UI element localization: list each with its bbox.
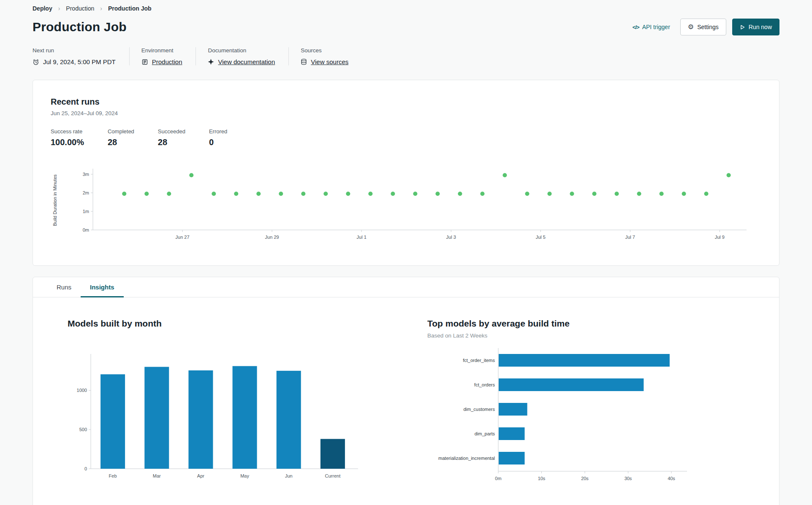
svg-text:10s: 10s	[538, 476, 546, 481]
documentation-section: Documentation View documentation	[196, 47, 288, 65]
svg-text:Jun: Jun	[285, 473, 293, 478]
recent-runs-card: Recent runs Jun 25, 2024–Jul 09, 2024 Su…	[33, 80, 779, 266]
settings-label: Settings	[697, 24, 719, 30]
insights-panel: Models built by month 05001000FebMarAprM…	[33, 297, 779, 505]
run-now-label: Run now	[749, 24, 772, 30]
documentation-label: Documentation	[208, 47, 275, 54]
stat-label: Success rate	[51, 128, 84, 135]
production-job-page: Deploy › Production › Production Job Pro…	[0, 0, 812, 505]
svg-text:dim_customers: dim_customers	[463, 407, 495, 412]
next-run-value: Jul 9, 2024, 5:00 PM PDT	[43, 58, 116, 65]
breadcrumb-production-job: Production Job	[108, 5, 152, 12]
breadcrumb-deploy[interactable]: Deploy	[33, 5, 52, 12]
job-meta-row: Next run Jul 9, 2024, 5:00 PM PDT Enviro…	[33, 47, 779, 65]
next-run-section: Next run Jul 9, 2024, 5:00 PM PDT	[33, 47, 129, 65]
api-trigger-label: API trigger	[642, 24, 670, 30]
breadcrumb-separator-icon: ›	[58, 5, 60, 12]
svg-text:3m: 3m	[83, 172, 89, 177]
svg-text:May: May	[240, 473, 249, 478]
svg-text:Build Duration in Minutes: Build Duration in Minutes	[52, 174, 57, 226]
models-built-by-month-block: Models built by month 05001000FebMarAprM…	[68, 319, 397, 486]
stat-value: 28	[108, 138, 134, 147]
svg-text:Jun 29: Jun 29	[265, 235, 279, 240]
top-models-subtitle: Based on Last 2 Weeks	[427, 332, 698, 339]
build-duration-scatter-chart: 0m1m2m3mJun 27Jun 29Jul 1Jul 3Jul 5Jul 7…	[51, 158, 760, 252]
svg-text:materialization_incremental: materialization_incremental	[438, 456, 495, 461]
stat-success-rate: Success rate 100.00%	[51, 128, 84, 147]
svg-text:Current: Current	[325, 473, 341, 478]
sources-section: Sources View sources	[288, 47, 362, 65]
svg-text:0: 0	[84, 466, 87, 471]
gear-icon: ⚙	[688, 24, 694, 30]
recent-runs-stats: Success rate 100.00% Completed 28 Succee…	[51, 128, 761, 147]
svg-text:dim_parts: dim_parts	[475, 431, 495, 436]
svg-text:1m: 1m	[83, 209, 89, 214]
svg-text:fct_order_items: fct_order_items	[463, 358, 495, 363]
models-built-by-month-title: Models built by month	[68, 319, 397, 329]
stat-value: 28	[158, 138, 185, 147]
svg-text:0m: 0m	[495, 476, 501, 481]
breadcrumb: Deploy › Production › Production Job	[33, 5, 779, 12]
tab-runs[interactable]: Runs	[47, 277, 81, 297]
environment-section: Environment Production	[129, 47, 196, 65]
svg-text:Jul 1: Jul 1	[357, 235, 367, 240]
stat-label: Succeeded	[158, 128, 185, 135]
stat-value: 0	[209, 138, 227, 147]
svg-text:0m: 0m	[83, 227, 89, 232]
models-built-by-month-chart: 05001000FebMarAprMayJunCurrent	[68, 342, 363, 486]
svg-text:Mar: Mar	[153, 473, 161, 478]
stat-label: Completed	[108, 128, 134, 135]
svg-text:Jul 3: Jul 3	[446, 235, 456, 240]
environment-label: Environment	[141, 47, 182, 54]
database-icon	[301, 59, 307, 65]
view-documentation-link[interactable]: View documentation	[218, 58, 275, 65]
svg-text:Feb: Feb	[109, 473, 117, 478]
recent-runs-date-range: Jun 25, 2024–Jul 09, 2024	[51, 110, 761, 116]
breadcrumb-production[interactable]: Production	[66, 5, 94, 12]
docs-star-icon	[208, 59, 214, 65]
stat-completed: Completed 28	[108, 128, 134, 147]
svg-text:500: 500	[79, 427, 87, 432]
svg-text:Jul 7: Jul 7	[625, 235, 635, 240]
svg-text:Jun 27: Jun 27	[176, 235, 190, 240]
svg-text:Apr: Apr	[197, 473, 204, 478]
svg-text:2m: 2m	[83, 190, 89, 195]
top-models-chart: 0m10s20s30s40sfct_order_itemsfct_ordersd…	[427, 345, 698, 486]
svg-text:Jul 5: Jul 5	[536, 235, 546, 240]
recent-runs-title: Recent runs	[51, 97, 761, 107]
stat-label: Errored	[209, 128, 227, 135]
code-icon: </>	[633, 24, 639, 30]
runs-insights-card: Runs Insights Models built by month 0500…	[33, 277, 779, 505]
run-now-button[interactable]: Run now	[732, 19, 779, 35]
environment-icon	[141, 59, 148, 65]
svg-text:40s: 40s	[668, 476, 675, 481]
play-icon	[740, 24, 745, 30]
tab-insights[interactable]: Insights	[81, 277, 124, 297]
top-models-title: Top models by average build time	[427, 319, 698, 329]
stat-value: 100.00%	[51, 138, 84, 147]
top-models-block: Top models by average build time Based o…	[427, 319, 698, 486]
settings-button[interactable]: ⚙ Settings	[680, 19, 726, 35]
page-title: Production Job	[33, 20, 127, 34]
svg-text:20s: 20s	[581, 476, 589, 481]
next-run-label: Next run	[33, 47, 116, 54]
stat-errored: Errored 0	[209, 128, 227, 147]
svg-text:30s: 30s	[625, 476, 632, 481]
header-actions: </> API trigger ⚙ Settings Run now	[633, 19, 779, 35]
stat-succeeded: Succeeded 28	[158, 128, 185, 147]
breadcrumb-separator-icon: ›	[100, 5, 102, 12]
api-trigger-link[interactable]: </> API trigger	[633, 24, 670, 30]
svg-text:Jul 9: Jul 9	[715, 235, 725, 240]
svg-text:1000: 1000	[77, 388, 87, 393]
svg-text:fct_orders: fct_orders	[474, 382, 495, 387]
alarm-clock-icon	[33, 59, 39, 65]
page-header: Production Job </> API trigger ⚙ Setting…	[33, 19, 779, 35]
view-sources-link[interactable]: View sources	[311, 58, 348, 65]
environment-link[interactable]: Production	[152, 58, 182, 65]
tab-row: Runs Insights	[33, 277, 779, 297]
sources-label: Sources	[301, 47, 348, 54]
